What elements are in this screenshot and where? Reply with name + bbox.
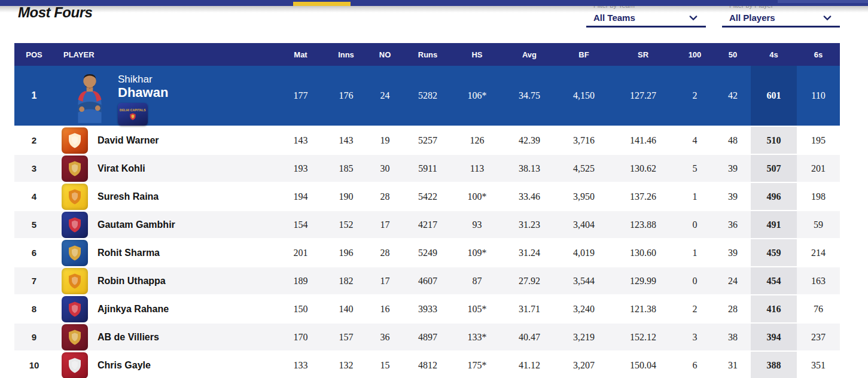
team-logo-icon bbox=[62, 184, 88, 210]
column-header-sr[interactable]: SR bbox=[611, 43, 675, 66]
stat-cell-fours: 510 bbox=[751, 127, 797, 154]
stat-cell: 42 bbox=[715, 66, 751, 126]
stat-cell: 4812 bbox=[404, 352, 452, 378]
player-cell[interactable]: Suresh Raina bbox=[54, 183, 275, 210]
chevron-down-icon bbox=[823, 15, 832, 21]
stat-cell: 4,525 bbox=[556, 155, 611, 182]
stat-cell: 24 bbox=[715, 267, 751, 294]
stat-cell: 3933 bbox=[404, 295, 452, 322]
stat-cell: 30 bbox=[366, 155, 404, 182]
table-row[interactable]: 8 Ajinkya Rahane 150 140 16 3933 105* 31… bbox=[14, 294, 840, 322]
table-header-row: POS PLAYER Mat Inns NO Runs HS Avg BF SR… bbox=[14, 43, 840, 66]
team-badge: DELHI CAPITALS bbox=[118, 103, 148, 126]
stat-cell: 4,150 bbox=[556, 66, 611, 126]
column-header-fifties[interactable]: 50 bbox=[715, 43, 751, 66]
player-cell[interactable]: Gautam Gambhir bbox=[54, 211, 275, 238]
stat-cell: 28 bbox=[366, 239, 404, 266]
stat-cell: 129.99 bbox=[611, 267, 675, 294]
player-cell[interactable]: Robin Uthappa bbox=[54, 267, 275, 294]
stat-cell: 194 bbox=[275, 183, 326, 210]
stat-cell: 3,219 bbox=[556, 324, 611, 350]
stat-cell: 0 bbox=[675, 211, 715, 238]
stat-cell: 5282 bbox=[404, 66, 452, 126]
table-row-featured[interactable]: 1 Shikhar Dhawan DELHI CAPITALS bbox=[14, 66, 840, 126]
stat-cell: 3,544 bbox=[556, 267, 611, 294]
player-first-name: Shikhar bbox=[118, 74, 168, 86]
table-row[interactable]: 10 Chris Gayle 133 132 15 4812 175* 41.1… bbox=[14, 350, 840, 378]
player-name[interactable]: Virat Kohli bbox=[98, 163, 145, 174]
table-row[interactable]: 4 Suresh Raina 194 190 28 5422 100* 33.4… bbox=[14, 182, 840, 210]
player-name[interactable]: Suresh Raina bbox=[98, 191, 159, 202]
stat-cell: 1 bbox=[675, 239, 715, 266]
stat-cell: 201 bbox=[797, 155, 840, 182]
stat-cell: 351 bbox=[797, 352, 840, 378]
stat-cell: 36 bbox=[366, 324, 404, 350]
table-row[interactable]: 3 Virat Kohli 193 185 30 5911 113 38.13 … bbox=[14, 154, 840, 182]
column-header-player[interactable]: PLAYER bbox=[54, 43, 275, 66]
column-header-bf[interactable]: BF bbox=[556, 43, 611, 66]
column-header-no[interactable]: NO bbox=[366, 43, 404, 66]
column-header-avg[interactable]: Avg bbox=[502, 43, 556, 66]
stat-cell: 34.75 bbox=[502, 66, 556, 126]
column-header-runs[interactable]: Runs bbox=[404, 43, 452, 66]
nav-highlight-segment bbox=[778, 0, 868, 3]
stat-cell: 196 bbox=[326, 239, 366, 266]
player-cell[interactable]: Virat Kohli bbox=[54, 155, 275, 182]
stat-cell: 133* bbox=[452, 324, 502, 350]
table-row[interactable]: 6 Rohit Sharma 201 196 28 5249 109* 31.2… bbox=[14, 238, 840, 266]
stat-cell: 6 bbox=[675, 352, 715, 378]
stat-cell: 4217 bbox=[404, 211, 452, 238]
stat-cell: 126 bbox=[452, 127, 502, 154]
column-header-hundreds[interactable]: 100 bbox=[675, 43, 715, 66]
stat-cell: 110 bbox=[797, 66, 840, 126]
stat-cell: 31.24 bbox=[502, 239, 556, 266]
stat-cell: 193 bbox=[275, 155, 326, 182]
player-name[interactable]: AB de Villiers bbox=[98, 332, 159, 343]
stat-cell: 123.88 bbox=[611, 211, 675, 238]
stat-cell-fours: 416 bbox=[751, 295, 797, 322]
player-name[interactable]: Rohit Sharma bbox=[98, 248, 160, 258]
stat-cell: 38.13 bbox=[502, 155, 556, 182]
team-logo-icon bbox=[62, 127, 88, 154]
table-row[interactable]: 7 Robin Uthappa 189 182 17 4607 87 27.92… bbox=[14, 266, 840, 294]
stat-cell: 17 bbox=[366, 211, 404, 238]
player-name[interactable]: Chris Gayle bbox=[98, 360, 151, 371]
table-row[interactable]: 5 Gautam Gambhir 154 152 17 4217 93 31.2… bbox=[14, 210, 840, 238]
player-cell[interactable]: AB de Villiers bbox=[54, 324, 275, 350]
stat-cell: 109* bbox=[452, 239, 502, 266]
stat-cell: 140 bbox=[326, 295, 366, 322]
top-nav-bar bbox=[0, 0, 868, 6]
column-header-hs[interactable]: HS bbox=[452, 43, 502, 66]
stat-cell: 5422 bbox=[404, 183, 452, 210]
stat-cell: 4897 bbox=[404, 324, 452, 350]
column-header-mat[interactable]: Mat bbox=[275, 43, 326, 66]
position-cell: 5 bbox=[14, 211, 54, 238]
stat-cell: 15 bbox=[366, 352, 404, 378]
stat-cell: 3,716 bbox=[556, 127, 611, 154]
team-logo-icon bbox=[62, 296, 88, 322]
table-row[interactable]: 9 AB de Villiers 170 157 36 4897 133* 40… bbox=[14, 322, 840, 350]
player-name[interactable]: Ajinkya Rahane bbox=[98, 304, 169, 315]
active-tab-indicator bbox=[293, 2, 351, 6]
stat-cell: 105* bbox=[452, 295, 502, 322]
column-header-inns[interactable]: Inns bbox=[326, 43, 366, 66]
stat-cell: 40.47 bbox=[502, 324, 556, 350]
player-cell[interactable]: Rohit Sharma bbox=[54, 239, 275, 266]
column-header-fours[interactable]: 4s bbox=[751, 43, 797, 66]
stat-cell: 36 bbox=[715, 211, 751, 238]
position-cell: 10 bbox=[14, 352, 54, 378]
player-name[interactable]: Robin Uthappa bbox=[98, 276, 166, 286]
player-cell[interactable]: Chris Gayle bbox=[54, 352, 275, 378]
player-last-name: Dhawan bbox=[118, 86, 168, 100]
player-cell[interactable]: David Warner bbox=[54, 127, 275, 154]
player-cell[interactable]: Shikhar Dhawan DELHI CAPITALS bbox=[54, 66, 275, 126]
column-header-pos[interactable]: POS bbox=[14, 43, 54, 66]
stat-cell: 3,404 bbox=[556, 211, 611, 238]
column-header-sixes[interactable]: 6s bbox=[797, 43, 840, 66]
player-name[interactable]: Gautam Gambhir bbox=[98, 220, 175, 230]
player-name[interactable]: David Warner bbox=[98, 135, 159, 146]
team-filter-value: All Teams bbox=[593, 13, 635, 23]
player-cell[interactable]: Ajinkya Rahane bbox=[54, 295, 275, 322]
stat-cell: 39 bbox=[715, 155, 751, 182]
table-row[interactable]: 2 David Warner 143 143 19 5257 126 42.39… bbox=[14, 126, 840, 154]
